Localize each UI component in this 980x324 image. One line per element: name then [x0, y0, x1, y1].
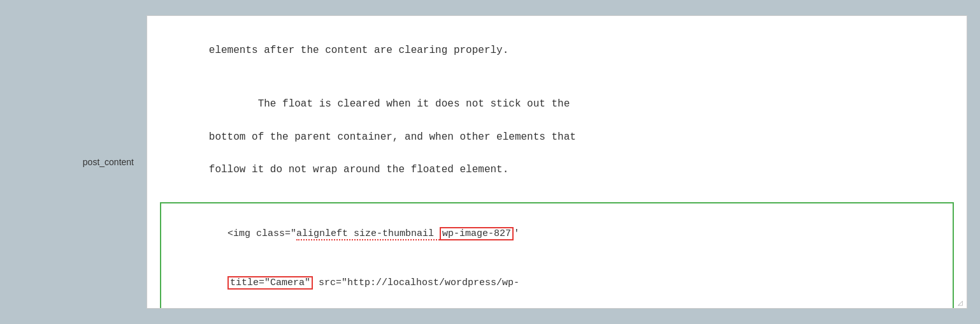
editor-content: elements after the content are clearing … — [147, 16, 967, 309]
page-container: post_content elements after the content … — [0, 0, 980, 324]
text-line3: bottom of the parent container, and when… — [209, 131, 576, 143]
code-line-2: title="Camera" src="http://localhost/wor… — [170, 258, 944, 307]
resize-handle[interactable]: ◿ — [958, 299, 965, 307]
label-area: post_content — [0, 157, 147, 167]
text-paragraph: The float is cleared when it does not st… — [160, 80, 954, 195]
code-line-1: <img class="alignleft size-thumbnail wp-… — [170, 210, 944, 259]
dotted-underline-1: alignleft size-thumbnail — [296, 228, 440, 240]
text-line4: follow it do not wrap around the floated… — [209, 164, 508, 175]
red-box-2: title="Camera" — [227, 276, 313, 290]
code-block-highlighted: <img class="alignleft size-thumbnail wp-… — [160, 202, 954, 309]
text-line1: elements after the content are clearing … — [160, 26, 954, 75]
red-box-1: wp-image-827 — [440, 227, 514, 240]
field-label: post_content — [83, 157, 134, 167]
editor-area[interactable]: elements after the content are clearing … — [147, 15, 967, 309]
code-line-3: content/uploads/2010/08/manhattansummer.… — [170, 307, 944, 309]
